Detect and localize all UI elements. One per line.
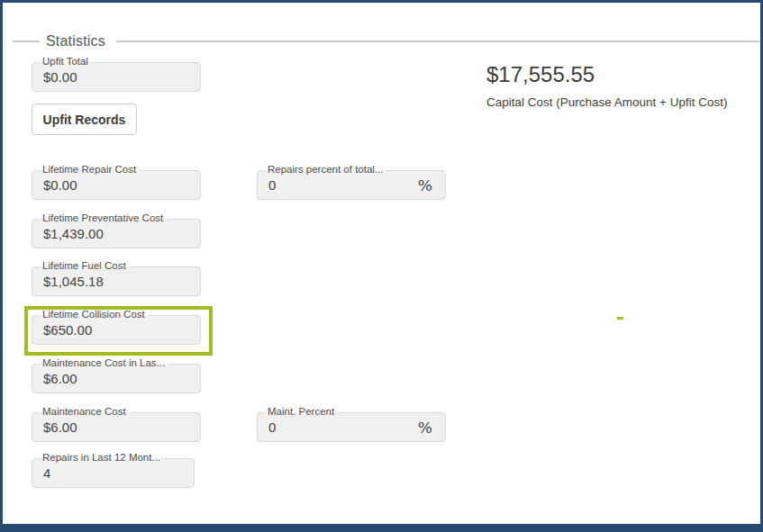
field-label: Maintenance Cost in Las... xyxy=(39,356,168,369)
field-repairs-last-12-months: Repairs in Last 12 Mont... 4 xyxy=(32,451,195,488)
field-value: $650.00 xyxy=(32,322,92,338)
field-lifetime-preventative-cost: Lifetime Preventative Cost $1,439.00 xyxy=(32,212,201,248)
field-label: Maint. Percent xyxy=(264,405,338,418)
field-label: Maintenance Cost xyxy=(39,405,130,418)
field-label: Lifetime Collision Cost xyxy=(39,308,149,320)
field-label: Repairs percent of total... xyxy=(264,163,386,176)
section-title: Statistics xyxy=(46,32,105,50)
percent-suffix: % xyxy=(418,176,445,194)
field-label: Lifetime Fuel Cost xyxy=(39,259,130,272)
field-label: Upfit Total xyxy=(39,55,92,68)
field-lifetime-repair-cost: Lifetime Repair Cost $0.00 xyxy=(32,163,201,200)
field-upfit-total: Upfit Total $0.00 xyxy=(32,55,201,92)
field-maint-percent: Maint. Percent 0 % xyxy=(257,405,446,442)
field-value: $0.00 xyxy=(32,69,77,85)
field-maintenance-cost-in-last: Maintenance Cost in Las... $6.00 xyxy=(32,356,201,393)
field-value: $0.00 xyxy=(32,177,77,193)
header-rule-right xyxy=(116,41,760,42)
percent-suffix: % xyxy=(418,419,445,437)
bottom-bar xyxy=(3,524,760,529)
field-label: Lifetime Preventative Cost xyxy=(39,212,167,224)
field-lifetime-fuel-cost: Lifetime Fuel Cost $1,045.18 xyxy=(32,259,201,296)
field-label: Repairs in Last 12 Mont... xyxy=(39,451,164,464)
field-value: $1,045.18 xyxy=(32,274,104,289)
field-lifetime-collision-cost: Lifetime Collision Cost $650.00 xyxy=(32,308,201,345)
capital-cost-amount: $17,555.55 xyxy=(486,62,595,87)
field-value: $6.00 xyxy=(32,371,77,386)
capital-cost-caption: Capital Cost (Purchase Amount + Upfit Co… xyxy=(486,95,728,110)
statistics-panel: Statistics Upfit Total $0.00 Upfit Recor… xyxy=(0,0,763,532)
field-value: 4 xyxy=(32,465,50,481)
field-value: $1,439.00 xyxy=(32,226,104,241)
field-label: Lifetime Repair Cost xyxy=(39,163,140,176)
field-value: $6.00 xyxy=(32,419,77,435)
header-rule-left xyxy=(13,41,40,42)
field-maintenance-cost: Maintenance Cost $6.00 xyxy=(32,405,201,442)
field-value: 0 xyxy=(258,177,276,193)
highlight-dash-artifact xyxy=(617,317,623,320)
field-value: 0 xyxy=(258,419,276,435)
upfit-records-button[interactable]: Upfit Records xyxy=(32,104,137,135)
field-repairs-percent-of-total: Repairs percent of total... 0 % xyxy=(257,163,446,200)
